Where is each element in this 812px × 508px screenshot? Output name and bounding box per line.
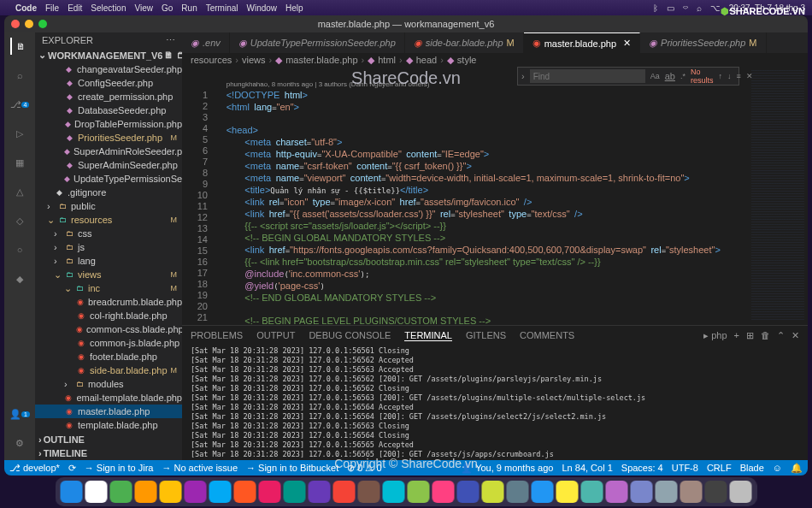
- window-titlebar[interactable]: master.blade.php — workmanagement_v6: [4, 15, 808, 32]
- menu-window[interactable]: Window: [247, 3, 278, 13]
- dock-app-icon[interactable]: [680, 481, 703, 503]
- branch-indicator[interactable]: ⎇ develop*: [9, 463, 60, 474]
- dock-app-icon[interactable]: [581, 481, 603, 503]
- tree-item[interactable]: ◆DatabaseSeeder.php: [35, 103, 182, 117]
- menu-edit[interactable]: Edit: [68, 3, 82, 13]
- tree-item[interactable]: ◉common-css.blade.php: [35, 322, 182, 336]
- search-icon[interactable]: ⌕: [11, 67, 28, 84]
- editor-tab[interactable]: ◉PrioritiesSeeder.phpM: [640, 32, 766, 53]
- dock-app-icon[interactable]: [61, 481, 83, 503]
- feedback-icon[interactable]: ☺: [773, 463, 782, 474]
- dock-app-icon[interactable]: [110, 481, 132, 503]
- menu-view[interactable]: View: [135, 3, 154, 13]
- account-icon[interactable]: 👤1: [11, 405, 28, 422]
- tree-item[interactable]: ◆changeavatarSeeder.php: [35, 62, 182, 76]
- battery-icon[interactable]: ▭: [667, 3, 674, 13]
- dock-app-icon[interactable]: [284, 481, 306, 503]
- breadcrumb-item[interactable]: head: [416, 55, 437, 65]
- jira-icon[interactable]: ◆: [11, 270, 28, 287]
- close-panel-icon[interactable]: ✕: [791, 330, 799, 341]
- terminal-output[interactable]: [Sat Mar 18 20:31:28 2023] 127.0.0.1:565…: [182, 345, 808, 460]
- editor-tab[interactable]: ◉master.blade.php✕: [524, 32, 640, 53]
- split-terminal-icon[interactable]: ⊞: [746, 330, 754, 341]
- dock-app-icon[interactable]: [507, 481, 529, 503]
- dock-app-icon[interactable]: [234, 481, 256, 503]
- tree-item[interactable]: ›🗀public: [35, 199, 182, 213]
- tab-problems[interactable]: PROBLEMS: [191, 330, 243, 340]
- testing-icon[interactable]: △: [11, 183, 28, 200]
- dock-app-icon[interactable]: [705, 481, 727, 503]
- bitbucket-signin[interactable]: → Sign in to Bitbucket: [246, 463, 338, 473]
- maximize-panel-icon[interactable]: ⌃: [777, 330, 785, 341]
- breadcrumb-item[interactable]: style: [457, 55, 477, 65]
- find-input[interactable]: [530, 69, 645, 83]
- editor-tab[interactable]: ◉.env: [182, 32, 230, 53]
- tree-item[interactable]: ◉breadcrumb.blade.php: [35, 295, 182, 309]
- tab-terminal[interactable]: TERMINAL: [404, 330, 452, 341]
- dock-app-icon[interactable]: [85, 481, 108, 503]
- menu-file[interactable]: File: [45, 3, 59, 13]
- breadcrumb-item[interactable]: views: [242, 55, 266, 65]
- menu-help[interactable]: Help: [285, 3, 303, 13]
- explorer-more-icon[interactable]: ⋯: [166, 35, 175, 46]
- control-center-icon[interactable]: ⌥: [710, 3, 721, 13]
- breadcrumb[interactable]: resources›views›◆ master.blade.php›◆ htm…: [182, 53, 808, 67]
- match-case-icon[interactable]: Aa: [650, 72, 660, 80]
- tree-item[interactable]: ◆create_permission.php: [35, 90, 182, 103]
- menu-run[interactable]: Run: [181, 3, 197, 13]
- tree-item[interactable]: ◆PrioritiesSeeder.phpM: [35, 131, 182, 145]
- sync-icon[interactable]: ⟳: [68, 463, 76, 474]
- source-control-icon[interactable]: ⎇4: [11, 96, 28, 113]
- new-file-icon[interactable]: 🗎: [164, 50, 174, 61]
- tree-item[interactable]: ◉common-js.blade.php: [35, 336, 182, 350]
- settings-icon[interactable]: ⚙: [11, 434, 28, 452]
- find-selection-icon[interactable]: ≡: [736, 72, 740, 80]
- tree-item[interactable]: ⌄🗀incM: [35, 281, 182, 295]
- prev-match-icon[interactable]: ↑: [718, 72, 722, 80]
- regex-icon[interactable]: .*: [680, 72, 685, 80]
- new-terminal-icon[interactable]: +: [734, 330, 739, 340]
- tree-item[interactable]: ◉email-template.blade.php: [35, 391, 182, 405]
- maximize-button[interactable]: [38, 20, 47, 28]
- breadcrumb-item[interactable]: html: [378, 55, 396, 65]
- next-match-icon[interactable]: ↓: [727, 72, 732, 80]
- tree-item[interactable]: ◉side-bar.blade.phpM: [35, 363, 182, 377]
- trash-icon[interactable]: 🗑: [761, 330, 770, 340]
- whole-word-icon[interactable]: ab: [665, 71, 675, 81]
- code-content[interactable]: phungkhahao, 8 months ago | 3 authors (D…: [208, 67, 748, 325]
- tree-item[interactable]: ⌄🗀viewsM: [35, 268, 182, 281]
- tree-item[interactable]: ◆.gitignore: [35, 186, 182, 199]
- tab-output[interactable]: OUTPUT: [256, 330, 295, 340]
- github-icon[interactable]: ○: [11, 241, 28, 258]
- wifi-icon[interactable]: ⌔: [683, 3, 688, 13]
- menu-terminal[interactable]: Terminal: [206, 3, 238, 13]
- dock-app-icon[interactable]: [160, 481, 182, 503]
- eol[interactable]: CRLF: [707, 463, 732, 474]
- dock-app-icon[interactable]: [309, 481, 331, 503]
- dock-app-icon[interactable]: [606, 481, 628, 503]
- tree-item[interactable]: ›🗀css: [35, 227, 182, 240]
- dock-app-icon[interactable]: [358, 481, 380, 503]
- bluetooth-icon[interactable]: ᛒ: [653, 3, 658, 13]
- extensions-icon[interactable]: ▦: [11, 154, 28, 171]
- file-tree[interactable]: ◆changeavatarSeeder.php◆ConfigSeeder.php…: [35, 62, 182, 433]
- app-name[interactable]: Code: [15, 3, 37, 13]
- dock-app-icon[interactable]: [656, 481, 678, 503]
- tree-item[interactable]: ◆DropTablePermission.php: [35, 117, 182, 131]
- code-editor[interactable]: 123456789101112131415161718192021222324 …: [182, 67, 808, 325]
- tree-item[interactable]: ›🗀js: [35, 240, 182, 254]
- tab-gitlens[interactable]: GITLENS: [466, 330, 506, 340]
- tree-item[interactable]: ◉master.blade.php: [35, 405, 182, 418]
- close-find-icon[interactable]: ✕: [746, 72, 753, 80]
- dock-app-icon[interactable]: [383, 481, 405, 503]
- macos-dock[interactable]: [56, 477, 757, 506]
- close-button[interactable]: [11, 20, 20, 28]
- language-mode[interactable]: Blade: [740, 463, 764, 474]
- terminal-shell[interactable]: ▸ php: [703, 330, 727, 341]
- cursor-position[interactable]: Ln 84, Col 1: [562, 463, 612, 474]
- tree-item[interactable]: ◆UpdateTypePermissionSeed...: [35, 172, 182, 186]
- timeline-section[interactable]: ›TIMELINE: [35, 446, 182, 460]
- editor-tab[interactable]: ◉side-bar.blade.phpM: [405, 32, 524, 53]
- tab-comments[interactable]: COMMENTS: [520, 330, 574, 340]
- tree-item[interactable]: ◆ConfigSeeder.php: [35, 76, 182, 90]
